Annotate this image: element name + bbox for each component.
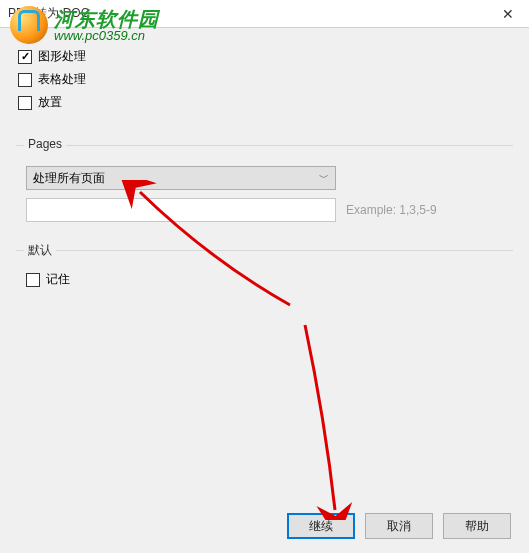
image-processing-label: 图形处理 <box>38 48 86 65</box>
pages-example-text: Example: 1,3,5-9 <box>346 203 437 217</box>
default-group: 默认 记住 <box>16 250 513 304</box>
pages-group-legend: Pages <box>24 137 66 151</box>
chevron-down-icon: ﹀ <box>319 171 329 185</box>
placement-row[interactable]: 放置 <box>18 94 503 111</box>
placement-checkbox[interactable] <box>18 96 32 110</box>
remember-label: 记住 <box>46 271 70 288</box>
button-bar: 继续 取消 帮助 <box>287 513 511 539</box>
options-group: 图形处理 表格处理 放置 <box>16 38 513 127</box>
pages-dropdown-value: 处理所有页面 <box>33 170 105 187</box>
pages-range-input[interactable] <box>26 198 336 222</box>
remember-checkbox[interactable] <box>26 273 40 287</box>
pages-group: Pages 处理所有页面 ﹀ Example: 1,3,5-9 <box>16 145 513 232</box>
remember-row[interactable]: 记住 <box>26 271 503 288</box>
table-processing-checkbox[interactable] <box>18 73 32 87</box>
dialog-content: 图形处理 表格处理 放置 Pages 处理所有页面 ﹀ Example: 1,3… <box>0 28 529 304</box>
annotation-arrow-to-continue <box>285 320 365 520</box>
table-processing-label: 表格处理 <box>38 71 86 88</box>
default-group-legend: 默认 <box>24 242 56 259</box>
pages-mode-dropdown[interactable]: 处理所有页面 ﹀ <box>26 166 336 190</box>
close-button[interactable]: ✕ <box>487 0 529 28</box>
placement-label: 放置 <box>38 94 62 111</box>
close-icon: ✕ <box>502 6 514 22</box>
table-processing-row[interactable]: 表格处理 <box>18 71 503 88</box>
image-processing-row[interactable]: 图形处理 <box>18 48 503 65</box>
window-title: PDF 转为 DOC <box>8 5 89 22</box>
cancel-button[interactable]: 取消 <box>365 513 433 539</box>
image-processing-checkbox[interactable] <box>18 50 32 64</box>
title-bar: PDF 转为 DOC ✕ <box>0 0 529 28</box>
continue-button[interactable]: 继续 <box>287 513 355 539</box>
help-button[interactable]: 帮助 <box>443 513 511 539</box>
